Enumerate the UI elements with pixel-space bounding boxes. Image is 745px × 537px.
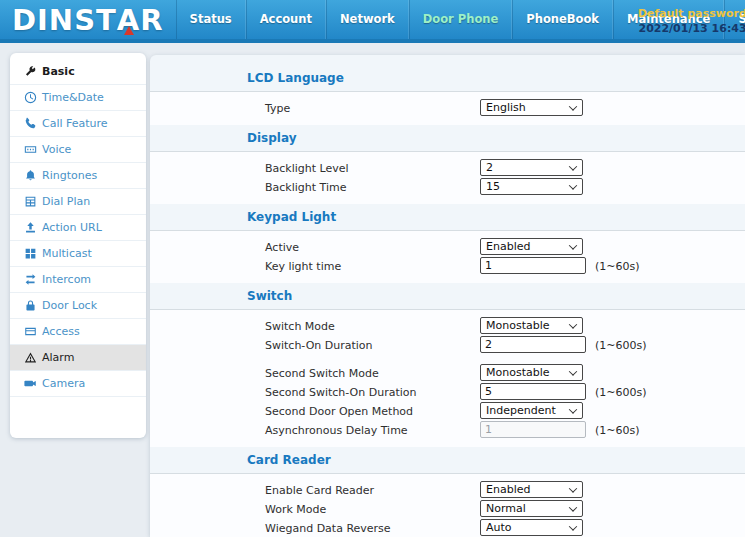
field-label: Second Door Open Method: [265, 404, 413, 417]
enable-card-reader-select[interactable]: Enabled: [480, 481, 583, 498]
card-icon: [24, 325, 37, 338]
field-label: Asynchronous Delay Time: [265, 423, 408, 436]
field-label: Active: [265, 240, 299, 253]
form-row: Asynchronous Delay Time (1~60s): [150, 420, 745, 439]
work-mode-select[interactable]: Normal: [480, 500, 583, 517]
field-label: Work Mode: [265, 502, 326, 515]
field-label: Switch Mode: [265, 319, 335, 332]
nav-status[interactable]: Status: [176, 0, 246, 39]
clock-icon: [24, 91, 37, 104]
nav-network[interactable]: Network: [326, 0, 409, 39]
sidebar-item-basic[interactable]: Basic: [10, 59, 146, 85]
header-info: Default password. 2022/01/13 16:43:: [638, 6, 745, 36]
page: { "header": { "logo_parts": { "pre": "DI…: [0, 0, 745, 537]
section-title: Display: [247, 131, 296, 145]
section-title: Switch: [247, 289, 292, 303]
asynchronous-delay-time-input: [480, 421, 586, 438]
form-row: Wiegand Data Reverse Auto: [150, 518, 745, 537]
dinstar-logo: DINSTAR: [12, 1, 164, 39]
field-label: Backlight Time: [265, 180, 347, 193]
backlight-time-select[interactable]: 15: [480, 178, 583, 195]
keypad-active-select[interactable]: Enabled: [480, 238, 583, 255]
logo-red-triangle-icon: [124, 26, 134, 35]
section-switch: Switch Switch Mode Monostable Switch-On …: [150, 283, 745, 447]
form-row: Active Enabled: [150, 237, 745, 256]
chevron-down-icon: [569, 503, 577, 511]
chevron-down-icon: [569, 484, 577, 492]
sidebar-item-alarm[interactable]: Alarm: [10, 345, 146, 371]
chevron-down-icon: [569, 241, 577, 249]
field-label: Key light time: [265, 259, 341, 272]
field-label: Second Switch Mode: [265, 366, 379, 379]
range-hint: (1~600s): [595, 385, 647, 398]
settings-panel: LCD Language Type English Display Backli…: [150, 55, 745, 537]
form-row: Backlight Time 15: [150, 177, 745, 196]
form-row: Enable Card Reader Enabled: [150, 480, 745, 499]
video-camera-icon: [24, 377, 37, 390]
sidebar-item-camera[interactable]: Camera: [10, 371, 146, 397]
chevron-down-icon: [569, 102, 577, 110]
chevron-down-icon: [569, 522, 577, 530]
nav-phonebook[interactable]: PhoneBook: [512, 0, 613, 39]
sidebar-item-call-feature[interactable]: Call Feature: [10, 111, 146, 137]
datetime-display: 2022/01/13 16:43:: [638, 21, 745, 36]
phone-icon: [24, 117, 37, 130]
switch-mode-select[interactable]: Monostable: [480, 317, 583, 334]
range-hint: (1~60s): [595, 259, 640, 272]
sidebar-item-ringtones[interactable]: Ringtones: [10, 163, 146, 189]
intercom-arrows-icon: [24, 273, 37, 286]
wrench-icon: [24, 65, 37, 78]
section-title: Keypad Light: [247, 210, 336, 224]
sidebar-item-time-date[interactable]: Time&Date: [10, 85, 146, 111]
sidebar-item-door-lock[interactable]: Door Lock: [10, 293, 146, 319]
dial-plan-icon: [24, 195, 37, 208]
form-row: Switch-On Duration (1~600s): [150, 335, 745, 354]
sidebar-item-label: Voice: [42, 143, 71, 156]
chevron-down-icon: [569, 367, 577, 375]
range-hint: (1~600s): [595, 338, 647, 351]
nav-door-phone[interactable]: Door Phone: [409, 0, 513, 39]
nav-account[interactable]: Account: [246, 0, 326, 39]
section-card-reader: Card Reader Enable Card Reader Enabled W…: [150, 447, 745, 537]
sidebar-item-intercom[interactable]: Intercom: [10, 267, 146, 293]
sidebar-item-label: Dial Plan: [42, 195, 90, 208]
sidebar-item-label: Basic: [42, 65, 75, 78]
sidebar-item-label: Multicast: [42, 247, 92, 260]
section-title: LCD Language: [247, 71, 344, 85]
sidebar-item-label: Call Feature: [42, 117, 108, 130]
form-row: Second Switch-On Duration (1~600s): [150, 382, 745, 401]
sidebar-item-voice[interactable]: Voice: [10, 137, 146, 163]
lock-icon: [24, 299, 37, 312]
form-row: Backlight Level 2: [150, 158, 745, 177]
second-switch-mode-select[interactable]: Monostable: [480, 364, 583, 381]
form-row: Switch Mode Monostable: [150, 316, 745, 335]
second-switch-on-duration-input[interactable]: [480, 383, 586, 400]
multicast-icon: [24, 247, 37, 260]
backlight-level-select[interactable]: 2: [480, 159, 583, 176]
logo-text: DINST: [12, 3, 117, 37]
sidebar-item-multicast[interactable]: Multicast: [10, 241, 146, 267]
form-row: Key light time (1~60s): [150, 256, 745, 275]
warning-triangle-icon: [24, 351, 37, 364]
field-label: Type: [265, 101, 290, 114]
sidebar-item-label: Intercom: [42, 273, 91, 286]
form-row: Work Mode Normal: [150, 499, 745, 518]
switch-on-duration-input[interactable]: [480, 336, 586, 353]
sidebar-item-label: Camera: [42, 377, 85, 390]
section-keypad-light: Keypad Light Active Enabled Key light ti…: [150, 204, 745, 283]
field-label: Second Switch-On Duration: [265, 385, 417, 398]
form-row: Second Switch Mode Monostable: [150, 363, 745, 382]
key-light-time-input[interactable]: [480, 257, 586, 274]
section-title: Card Reader: [247, 453, 331, 467]
sidebar-item-action-url[interactable]: Action URL: [10, 215, 146, 241]
type-select[interactable]: English: [480, 99, 583, 116]
chevron-down-icon: [569, 320, 577, 328]
sidebar-item-dial-plan[interactable]: Dial Plan: [10, 189, 146, 215]
voicemail-icon: [24, 143, 37, 156]
wiegand-data-reverse-select[interactable]: Auto: [480, 519, 583, 536]
field-label: Wiegand Data Reverse: [265, 521, 391, 534]
form-row: Second Door Open Method Independent: [150, 401, 745, 420]
sidebar-item-access[interactable]: Access: [10, 319, 146, 345]
second-door-open-method-select[interactable]: Independent: [480, 402, 583, 419]
section-display: Display Backlight Level 2 Backlight Time…: [150, 125, 745, 204]
